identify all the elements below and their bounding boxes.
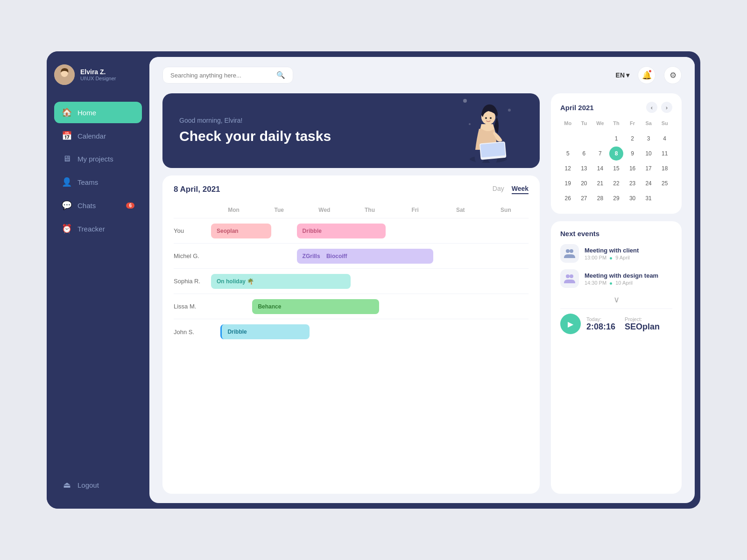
sidebar-item-teams[interactable]: 👤 Teams [54,171,142,193]
mini-calendar: April 2021 ‹ › Mo Tu We Th Fr [551,93,682,214]
mini-cal-day-22[interactable]: 22 [609,176,623,190]
timer-today-col: Today: 2:08:16 [586,316,615,332]
svg-point-12 [570,249,573,253]
mini-calendar-prev-button[interactable]: ‹ [646,102,657,113]
mini-cal-day-14[interactable]: 14 [593,161,607,175]
gantt-bar-holiday[interactable]: On holiday 🌴 [211,274,351,289]
meeting-client-time: 13:00 PM 9 April [585,255,672,260]
gantt-row-label-you: You [174,227,211,234]
mini-cal-day-27[interactable]: 27 [577,191,591,205]
sidebar-item-calendar-label: Calendar [78,132,106,140]
search-input[interactable] [170,72,273,79]
mini-cal-day-30[interactable]: 30 [626,191,640,205]
meeting-client-info: Meeting with client 13:00 PM 9 April [585,247,672,260]
svg-point-10 [469,123,471,125]
weekday-su: Su [657,119,672,128]
gantt-bar-behance[interactable]: Behance [252,299,379,314]
logout-icon: ⏏ [62,480,72,490]
day-mon: Mon [211,207,256,213]
mini-calendar-title: April 2021 [560,104,594,112]
language-selector[interactable]: EN ▾ [616,71,629,79]
mini-cal-day-13[interactable]: 13 [577,161,591,175]
timer-section: ▶ Today: 2:08:16 Project: SEOplan [560,308,672,334]
mini-cal-day-12[interactable]: 12 [561,161,575,175]
settings-button[interactable]: ⚙ [664,66,682,84]
gantt-bars-john: Dribble [211,322,529,341]
calendar-icon: 📅 [62,131,72,141]
home-icon: 🏠 [62,107,72,118]
left-panel: Good morning, Elvira! Check your daily t… [162,93,540,494]
day-thu: Thu [347,207,392,213]
timer-play-button[interactable]: ▶ [560,314,581,334]
timer-project-col: Project: SEOplan [625,316,660,332]
gantt-bar-dribble-john[interactable]: Dribble [220,324,309,339]
mini-cal-day-17[interactable]: 17 [641,161,655,175]
mini-cal-day-18[interactable]: 18 [658,161,672,175]
mini-cal-day-2[interactable]: 2 [626,132,640,146]
right-panel: April 2021 ‹ › Mo Tu We Th Fr [551,93,682,494]
gantt-bars-you: Seoplan Dribble [211,222,529,240]
mini-cal-day-11[interactable]: 11 [658,147,672,161]
mini-cal-day-1[interactable]: 1 [609,132,623,146]
mini-cal-day-16[interactable]: 16 [626,161,640,175]
gantt-bars-michel: ZGrills Biocoiff [211,247,529,266]
mini-cal-day-31[interactable]: 31 [641,191,655,205]
gantt-row-label-michel: Michel G. [174,252,211,259]
sidebar-user-name: Elvira Z. [80,68,116,76]
mini-cal-day-6[interactable]: 6 [577,147,591,161]
mini-cal-day-23[interactable]: 23 [626,176,640,190]
gantt-row-label-sophia: Sophia R. [174,278,211,285]
search-bar[interactable]: 🔍 [162,67,293,84]
sidebar-item-projects[interactable]: 🖥 My projects [54,148,142,169]
svg-point-8 [463,99,467,103]
mini-calendar-next-button[interactable]: › [661,102,672,113]
search-icon: 🔍 [276,71,285,79]
sidebar-item-home[interactable]: 🏠 Home [54,102,142,123]
mini-cal-day-15[interactable]: 15 [609,161,623,175]
table-row: You Seoplan Dribble [174,218,529,244]
mini-cal-day-29[interactable]: 29 [609,191,623,205]
mini-cal-day-10[interactable]: 10 [641,147,655,161]
meeting-design-name: Meeting with design team [585,272,672,279]
main-content: 🔍 EN ▾ 🔔 ⚙ [149,57,695,503]
mini-cal-day-26[interactable]: 26 [561,191,575,205]
mini-cal-day-21[interactable]: 21 [593,176,607,190]
gantt-bar-dribble-you[interactable]: Dribble [297,224,386,238]
mini-cal-day-19[interactable]: 19 [561,176,575,190]
gantt-bar-seoplan[interactable]: Seoplan [211,224,271,238]
events-more-button[interactable]: ∨ [560,294,672,305]
notifications-button[interactable]: 🔔 [638,66,655,84]
sidebar-item-calendar[interactable]: 📅 Calendar [54,125,142,147]
mini-cal-day-3[interactable]: 3 [641,132,655,146]
mini-cal-day-4[interactable]: 4 [658,132,672,146]
banner-text: Good morning, Elvira! Check your daily t… [179,117,331,145]
logout-button[interactable]: ⏏ Logout [54,474,142,496]
mini-cal-day-5[interactable]: 5 [561,147,575,161]
mini-cal-day-25[interactable]: 25 [658,176,672,190]
mini-cal-day-28[interactable]: 28 [593,191,607,205]
calendar-section: 8 April, 2021 Day Week Mon Tue W [162,175,540,494]
gear-icon: ⚙ [669,70,677,80]
calendar-view-toggle: Day Week [493,185,529,194]
projects-icon: 🖥 [62,154,72,164]
view-week-button[interactable]: Week [512,185,529,194]
mini-cal-day-9[interactable]: 9 [626,147,640,161]
banner-title: Check your daily tasks [179,128,331,145]
mini-cal-day-8[interactable]: 8 [609,147,623,161]
notification-dot [648,69,652,73]
next-events-title: Next events [560,230,672,238]
teams-icon: 👤 [62,177,72,187]
mini-calendar-weekdays: Mo Tu We Th Fr Sa Su [560,119,672,128]
mini-cal-day-7[interactable]: 7 [593,147,607,161]
sidebar-item-tracker[interactable]: ⏰ Treacker [54,218,142,239]
mini-cal-day-24[interactable]: 24 [641,176,655,190]
gantt-bar-zgrills-biocoiff[interactable]: ZGrills Biocoiff [297,249,433,264]
gantt-days-header: Mon Tue Wed Thu Fri Sat Sun [174,202,529,218]
view-day-button[interactable]: Day [493,185,504,194]
mini-cal-day-20[interactable]: 20 [577,176,591,190]
mini-cal-empty [561,132,575,146]
table-row: Lissa M. Behance [174,294,529,319]
meeting-client-name: Meeting with client [585,247,672,254]
header-right: EN ▾ 🔔 ⚙ [616,66,682,84]
sidebar-item-chats[interactable]: 💬 Chats 6 [54,195,142,216]
